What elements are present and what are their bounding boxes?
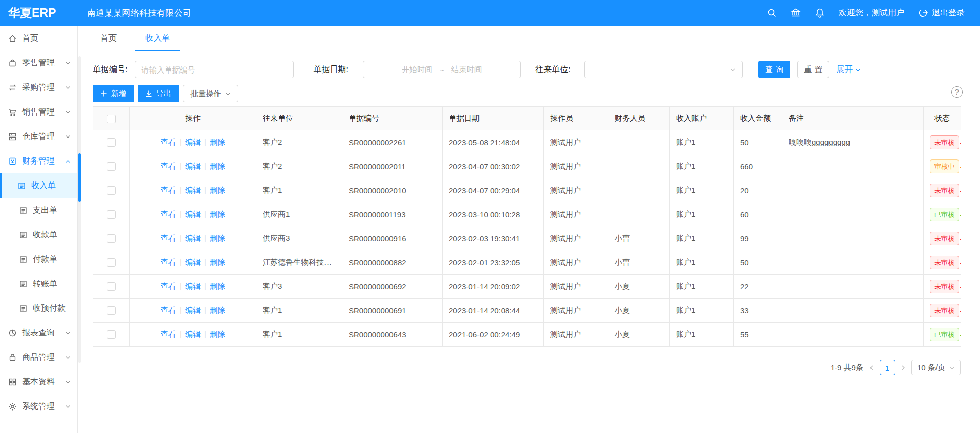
action-link-edit[interactable]: 编辑 xyxy=(185,330,201,338)
sidebar-item-retail[interactable]: 零售管理 xyxy=(0,51,77,75)
bell-icon[interactable] xyxy=(815,8,825,18)
action-link-edit[interactable]: 编辑 xyxy=(185,282,201,290)
date-end-placeholder: 结束时间 xyxy=(451,65,482,75)
page-size-select[interactable]: 10 条/页 xyxy=(911,360,961,375)
warehouse-icon xyxy=(8,132,17,141)
tab-home[interactable]: 首页 xyxy=(90,26,127,51)
cell-income-amount: 99 xyxy=(734,226,782,250)
batch-operations-button[interactable]: 批量操作 xyxy=(183,85,238,102)
action-link-delete[interactable]: 删除 xyxy=(210,162,225,170)
row-checkbox[interactable] xyxy=(107,306,116,315)
cell-operator: 测试用户 xyxy=(544,130,608,154)
action-link-view[interactable]: 查看 xyxy=(161,162,176,170)
prev-page-icon[interactable] xyxy=(868,364,875,371)
home-icon xyxy=(8,34,17,43)
cell-bill-date: 2023-01-14 20:08:44 xyxy=(443,299,544,323)
sidebar-item-reports[interactable]: 报表查询 xyxy=(0,321,77,345)
sidebar-item-system[interactable]: 系统管理 xyxy=(0,394,77,419)
action-link-view[interactable]: 查看 xyxy=(161,138,176,146)
action-link-edit[interactable]: 编辑 xyxy=(185,186,201,194)
action-link-view[interactable]: 查看 xyxy=(161,282,176,290)
sidebar-item-transfer-bill[interactable]: 转账单 xyxy=(0,271,77,296)
chevron-down-icon xyxy=(730,66,736,73)
action-link-view[interactable]: 查看 xyxy=(161,306,176,314)
row-checkbox[interactable] xyxy=(107,210,116,219)
cell-remark xyxy=(782,250,924,275)
table-row: 查看|编辑|删除 供应商1 SR00000001193 2023-03-10 0… xyxy=(93,202,961,226)
row-checkbox[interactable] xyxy=(107,162,116,171)
action-link-delete[interactable]: 删除 xyxy=(210,234,225,242)
action-link-view[interactable]: 查看 xyxy=(161,186,176,194)
bank-icon[interactable] xyxy=(791,8,801,18)
chevron-down-icon xyxy=(65,60,71,66)
cell-finance-staff: 小夏 xyxy=(608,275,670,299)
app-logo: 华夏ERP xyxy=(0,5,78,21)
row-checkbox[interactable] xyxy=(107,234,116,243)
action-link-view[interactable]: 查看 xyxy=(161,258,176,266)
row-checkbox[interactable] xyxy=(107,258,116,267)
action-separator: | xyxy=(180,258,182,266)
action-link-delete[interactable]: 删除 xyxy=(210,186,225,194)
sidebar-item-sales[interactable]: 销售管理 xyxy=(0,100,77,124)
row-checkbox[interactable] xyxy=(107,138,116,147)
filter-bar: 单据编号: 单据日期: 开始时间 ~ 结束时间 往来单位: 查询 重置 展开 xyxy=(93,61,961,78)
sidebar-item-finance[interactable]: 财务管理 xyxy=(0,149,77,173)
action-link-delete[interactable]: 删除 xyxy=(210,138,225,146)
help-icon[interactable]: ? xyxy=(951,86,963,98)
action-link-delete[interactable]: 删除 xyxy=(210,258,225,266)
cell-remark xyxy=(782,299,924,323)
partner-select[interactable] xyxy=(584,61,743,78)
row-checkbox[interactable] xyxy=(107,330,116,339)
action-link-edit[interactable]: 编辑 xyxy=(185,234,201,242)
sidebar-item-advance-payment[interactable]: 收预付款 xyxy=(0,296,77,321)
sidebar-item-income-bill[interactable]: 收入单 xyxy=(0,173,77,198)
search-button[interactable]: 查询 xyxy=(758,61,790,78)
reset-button[interactable]: 重置 xyxy=(797,61,829,78)
row-checkbox[interactable] xyxy=(107,186,116,195)
search-icon[interactable] xyxy=(767,8,777,18)
plus-icon xyxy=(100,90,107,97)
action-separator: | xyxy=(204,330,206,338)
action-link-edit[interactable]: 编辑 xyxy=(185,138,201,146)
bill-number-input[interactable] xyxy=(135,61,294,78)
action-link-view[interactable]: 查看 xyxy=(161,210,176,218)
action-link-view[interactable]: 查看 xyxy=(161,234,176,242)
basic-data-icon xyxy=(8,378,17,386)
sidebar-item-goods[interactable]: 商品管理 xyxy=(0,345,77,370)
sidebar-item-warehouse[interactable]: 仓库管理 xyxy=(0,124,77,149)
sidebar-item-basic-data[interactable]: 基本资料 xyxy=(0,370,77,394)
export-button[interactable]: 导出 xyxy=(138,85,179,102)
action-link-edit[interactable]: 编辑 xyxy=(185,306,201,314)
action-link-edit[interactable]: 编辑 xyxy=(185,162,201,170)
action-link-delete[interactable]: 删除 xyxy=(210,306,225,314)
add-button[interactable]: 新增 xyxy=(93,85,134,102)
sidebar-item-payment-bill[interactable]: 付款单 xyxy=(0,247,77,271)
cell-bill-date: 2023-04-07 00:30:02 xyxy=(443,154,544,178)
action-link-delete[interactable]: 删除 xyxy=(210,330,225,338)
cell-finance-staff: 小曹 xyxy=(608,250,670,275)
date-range-input[interactable]: 开始时间 ~ 结束时间 xyxy=(363,61,521,78)
action-link-view[interactable]: 查看 xyxy=(161,330,176,338)
document-icon xyxy=(19,255,28,264)
action-link-edit[interactable]: 编辑 xyxy=(185,210,201,218)
row-checkbox[interactable] xyxy=(107,282,116,291)
cell-bill-no: SR00000002011 xyxy=(342,154,443,178)
expand-link[interactable]: 展开 xyxy=(836,64,861,75)
sidebar-item-purchase[interactable]: 采购管理 xyxy=(0,75,77,100)
select-all-checkbox[interactable] xyxy=(107,115,116,123)
cell-remark xyxy=(782,226,924,250)
tab-income-bill[interactable]: 收入单 xyxy=(135,26,180,51)
action-link-edit[interactable]: 编辑 xyxy=(185,258,201,266)
chevron-down-icon xyxy=(65,85,71,90)
action-link-delete[interactable]: 删除 xyxy=(210,282,225,290)
sidebar-item-receipt-bill[interactable]: 收款单 xyxy=(0,222,77,247)
logout-button[interactable]: 退出登录 xyxy=(918,8,965,18)
next-page-icon[interactable] xyxy=(900,364,906,371)
action-link-delete[interactable]: 删除 xyxy=(210,210,225,218)
content-scrollbar-thumb[interactable] xyxy=(78,153,81,202)
sidebar-item-expense-bill[interactable]: 支出单 xyxy=(0,198,77,222)
status-badge: 未审核 xyxy=(930,256,959,269)
page-number-1[interactable]: 1 xyxy=(880,360,895,375)
sidebar-item-home[interactable]: 首页 xyxy=(0,26,77,51)
action-separator: | xyxy=(204,282,206,290)
